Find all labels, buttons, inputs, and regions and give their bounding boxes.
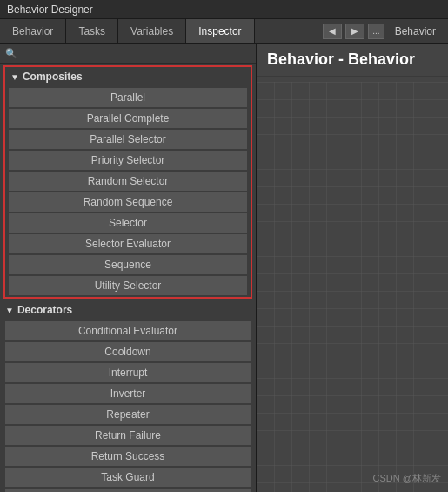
behavior-nav-label: Behavior bbox=[388, 25, 443, 37]
back-button[interactable]: ◀ bbox=[323, 24, 342, 39]
search-icon: 🔍 bbox=[5, 48, 17, 59]
nav-buttons: ◀ ▶ ... Behavior bbox=[318, 19, 448, 43]
decorators-header[interactable]: ▼ Decorators bbox=[0, 300, 256, 320]
list-item[interactable]: Random Sequence bbox=[9, 192, 247, 212]
search-bar: 🔍 bbox=[0, 44, 256, 64]
composites-items: Parallel Parallel Complete Parallel Sele… bbox=[5, 88, 251, 295]
title-bar: Behavior Designer bbox=[0, 0, 448, 19]
list-item[interactable]: Parallel Complete bbox=[9, 109, 247, 128]
right-panel-title: Behavior - Behavior bbox=[257, 44, 448, 77]
list-item[interactable]: Selector bbox=[9, 213, 247, 233]
scroll-area[interactable]: ▼ Composites Parallel Parallel Complete … bbox=[0, 64, 256, 492]
list-item[interactable]: Priority Selector bbox=[9, 151, 247, 170]
decorators-label: Decorators bbox=[17, 304, 72, 316]
tab-tasks[interactable]: Tasks bbox=[66, 19, 118, 43]
list-item[interactable]: Task Guard bbox=[5, 468, 251, 487]
search-input[interactable] bbox=[21, 47, 251, 59]
list-item[interactable]: Sequence bbox=[9, 255, 247, 274]
list-item[interactable]: Conditional Evaluator bbox=[5, 321, 251, 340]
list-item[interactable]: Return Failure bbox=[5, 426, 251, 445]
tab-inspector[interactable]: Inspector bbox=[186, 19, 254, 43]
forward-button[interactable]: ▶ bbox=[345, 24, 364, 39]
decorators-arrow: ▼ bbox=[5, 306, 14, 315]
left-panel: 🔍 ▼ Composites Parallel Parallel Complet… bbox=[0, 44, 257, 492]
list-item[interactable]: Cooldown bbox=[5, 342, 251, 361]
decorators-items: Conditional Evaluator Cooldown Interrupt… bbox=[0, 321, 256, 492]
list-item[interactable]: Repeater bbox=[5, 405, 251, 424]
list-item[interactable]: Parallel bbox=[9, 88, 247, 107]
app-title: Behavior Designer bbox=[7, 3, 93, 16]
decorators-section: ▼ Decorators Conditional Evaluator Coold… bbox=[0, 300, 256, 492]
more-button[interactable]: ... bbox=[368, 24, 384, 39]
composites-section: ▼ Composites Parallel Parallel Complete … bbox=[3, 65, 252, 299]
list-item[interactable]: Until Failure bbox=[5, 489, 251, 492]
tab-bar: Behavior Tasks Variables Inspector ◀ ▶ .… bbox=[0, 19, 448, 44]
tab-variables[interactable]: Variables bbox=[118, 19, 186, 43]
grid-background bbox=[257, 82, 448, 492]
composites-arrow: ▼ bbox=[10, 72, 19, 82]
list-item[interactable]: Random Selector bbox=[9, 172, 247, 191]
tab-behavior[interactable]: Behavior bbox=[0, 19, 66, 43]
list-item[interactable]: Interrupt bbox=[5, 363, 251, 382]
list-item[interactable]: Parallel Selector bbox=[9, 130, 247, 149]
list-item[interactable]: Selector Evaluator bbox=[9, 234, 247, 253]
list-item[interactable]: Utility Selector bbox=[9, 276, 247, 295]
list-item[interactable]: Inverter bbox=[5, 384, 251, 403]
composites-header[interactable]: ▼ Composites bbox=[5, 67, 251, 86]
composites-label: Composites bbox=[23, 71, 83, 83]
list-item[interactable]: Return Success bbox=[5, 447, 251, 466]
main-layout: 🔍 ▼ Composites Parallel Parallel Complet… bbox=[0, 44, 448, 492]
watermark: CSDN @林新发 bbox=[373, 472, 441, 485]
right-panel: Behavior - Behavior CSDN @林新发 bbox=[257, 44, 448, 492]
